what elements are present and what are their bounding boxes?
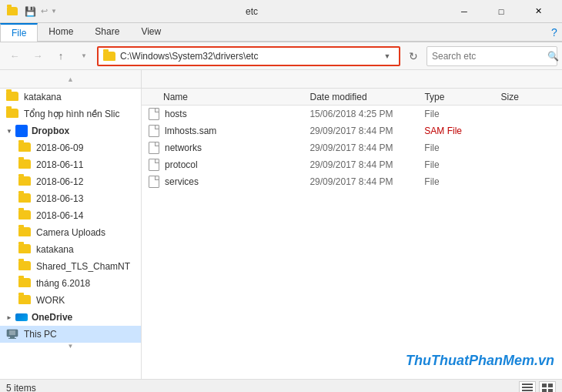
svg-rect-5 (522, 387, 533, 388)
table-row[interactable]: services 29/09/2017 8:44 PM File (142, 173, 562, 190)
quick-access-undo[interactable]: ↩ (41, 6, 48, 16)
status-count: 5 items (6, 383, 36, 393)
search-input[interactable] (432, 51, 547, 62)
file-name: protocol (165, 159, 198, 170)
folder-icon (6, 109, 20, 119)
search-box[interactable]: 🔍 (427, 46, 557, 66)
sidebar-item-label: 2018-06-14 (36, 210, 83, 221)
sidebar-item-work[interactable]: WORK (0, 292, 141, 309)
sidebar-item-2018-06-09[interactable]: 2018-06-09 (0, 139, 141, 156)
file-name-cell: services (142, 176, 309, 188)
sidebar-item-label: 2018-06-13 (36, 193, 83, 204)
sidebar-item-thispc[interactable]: This PC (0, 326, 141, 343)
table-row[interactable]: hosts 15/06/2018 4:25 PM File (142, 106, 562, 122)
file-name-cell: lmhosts.sam (142, 125, 309, 137)
main-layout: katakana Tổng hợp hình nền Slic ▼ Dropbo… (0, 89, 562, 379)
col-header-name[interactable]: Name (142, 92, 310, 102)
column-header-row: ▲ (0, 70, 562, 89)
table-row[interactable]: networks 29/09/2017 8:44 PM File (142, 139, 562, 156)
view-controls (519, 381, 556, 393)
forward-button[interactable]: → (28, 46, 48, 66)
sidebar-item-katakana2[interactable]: katakana (0, 241, 141, 258)
file-icon (148, 159, 160, 171)
sidebar-expand-col: ▲ (0, 70, 142, 88)
sidebar-item-label: 2018-06-11 (36, 159, 83, 170)
file-name: services (165, 176, 199, 187)
quick-access-dropdown[interactable]: ▼ (51, 8, 57, 15)
svg-rect-10 (548, 389, 553, 393)
col-header-type[interactable]: Type (424, 92, 500, 102)
folder-icon (18, 244, 32, 255)
ribbon-tabs: File Home Share View ? (0, 23, 562, 42)
title-bar-icons: 💾 ↩ ▼ (6, 5, 57, 18)
refresh-button[interactable]: ↻ (403, 46, 423, 66)
sidebar-item-label: 2018-06-12 (36, 176, 83, 187)
col-header-size[interactable]: Size (501, 92, 562, 102)
sidebar-item-2018-06-13[interactable]: 2018-06-13 (0, 190, 141, 207)
back-button[interactable]: ← (5, 46, 25, 66)
file-type: File (424, 159, 500, 170)
folder-icon (18, 176, 32, 187)
sidebar-item-2018-06-14[interactable]: 2018-06-14 (0, 207, 141, 224)
details-view-button[interactable] (519, 381, 536, 393)
svg-rect-1 (9, 330, 15, 335)
window-title: etc (57, 6, 447, 17)
file-type: File (424, 109, 500, 119)
tab-share[interactable]: Share (84, 23, 130, 41)
sidebar: katakana Tổng hợp hình nền Slic ▼ Dropbo… (0, 89, 142, 379)
svg-rect-9 (542, 389, 547, 393)
sidebar-item-label: Camera Uploads (36, 227, 105, 238)
sidebar-onedrive[interactable]: ► OneDrive (0, 309, 141, 326)
address-input-wrap[interactable]: C:\Windows\System32\drivers\etc ▼ (97, 46, 400, 66)
file-pane: Name Date modified Type Size hosts 15/06… (142, 89, 562, 379)
minimize-button[interactable]: ─ (447, 0, 482, 23)
sidebar-scroll-down: ▼ (0, 343, 141, 349)
svg-rect-8 (548, 384, 553, 387)
sidebar-item-shared-tls[interactable]: Shared_TLS_ChamNT (0, 258, 141, 275)
table-row[interactable]: lmhosts.sam 29/09/2017 8:44 PM SAM File (142, 122, 562, 139)
sidebar-dropbox[interactable]: ▼ Dropbox (0, 122, 141, 139)
file-date: 29/09/2017 8:44 PM (309, 176, 424, 187)
large-icons-view-button[interactable] (539, 381, 556, 393)
close-button[interactable]: ✕ (520, 0, 556, 23)
ribbon: File Home Share View ? (0, 23, 562, 42)
svg-rect-2 (10, 337, 15, 338)
sidebar-item-2018-06-11[interactable]: 2018-06-11 (0, 156, 141, 173)
sidebar-item-label: This PC (24, 329, 57, 340)
file-name: hosts (165, 109, 187, 119)
file-date: 29/09/2017 8:44 PM (309, 142, 424, 153)
file-type: SAM File (424, 126, 500, 136)
address-bar: ← → ↑ ▼ C:\Windows\System32\drivers\etc … (0, 42, 562, 70)
file-name-cell: networks (142, 142, 309, 154)
sidebar-item-label: katakana (24, 92, 62, 102)
sidebar-item-tonghop[interactable]: Tổng hợp hình nền Slic (0, 106, 141, 122)
svg-rect-4 (522, 384, 533, 385)
sidebar-item-camera-uploads[interactable]: Camera Uploads (0, 224, 141, 241)
sidebar-item-2018-06-12[interactable]: 2018-06-12 (0, 173, 141, 190)
quick-access-save[interactable]: 💾 (25, 6, 36, 17)
recent-locations-button[interactable]: ▼ (74, 46, 94, 66)
file-name-cell: protocol (142, 159, 309, 171)
folder-icon (18, 159, 32, 170)
sidebar-item-thang[interactable]: tháng 6.2018 (0, 275, 141, 292)
address-dropdown-button[interactable]: ▼ (380, 52, 394, 60)
maximize-button[interactable]: □ (483, 0, 519, 23)
table-row[interactable]: protocol 29/09/2017 8:44 PM File (142, 156, 562, 173)
folder-icon (18, 142, 32, 153)
folder-icon (18, 278, 32, 289)
tab-home[interactable]: Home (38, 23, 84, 41)
sidebar-item-katakana1[interactable]: katakana (0, 89, 141, 106)
tab-file[interactable]: File (0, 23, 38, 42)
tab-view[interactable]: View (130, 23, 172, 41)
sidebar-item-label: Tổng hợp hình nền Slic (24, 109, 119, 119)
sidebar-onedrive-label: OneDrive (32, 312, 72, 323)
sidebar-item-label: katakana (36, 244, 74, 255)
help-button[interactable]: ? (547, 23, 562, 41)
search-icon[interactable]: 🔍 (547, 51, 559, 62)
file-table-header: Name Date modified Type Size (142, 89, 562, 106)
title-bar: 💾 ↩ ▼ etc ─ □ ✕ (0, 0, 562, 23)
sidebar-item-label: WORK (36, 295, 65, 306)
up-button[interactable]: ↑ (51, 46, 71, 66)
address-text: C:\Windows\System32\drivers\etc (120, 51, 380, 62)
col-header-date[interactable]: Date modified (310, 92, 425, 102)
